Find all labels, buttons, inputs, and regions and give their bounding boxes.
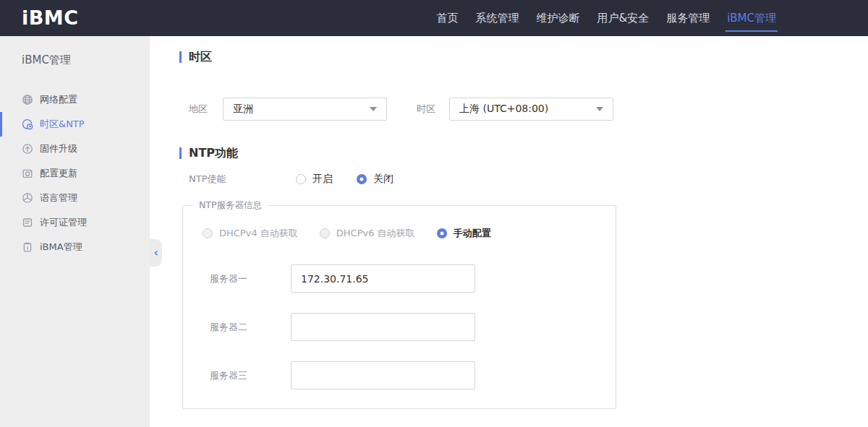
sidebar: iBMC管理 网络配置 时区&NTP 固件升级: [0, 36, 150, 427]
radio-label: DHCPv4 自动获取: [219, 227, 298, 240]
sidebar-item-config-update[interactable]: 配置更新: [0, 161, 150, 186]
sidebar-item-firmware-upgrade[interactable]: 固件升级: [0, 137, 150, 161]
radio-label: 关闭: [373, 173, 393, 186]
main-content: 时区 地区 亚洲 时区 上海 (UTC+08:00) NTP功能 NTP使能 开…: [150, 36, 868, 427]
nav-item-home[interactable]: 首页: [435, 0, 459, 36]
ntp-server-info-group: NTP服务器信息 DHCPv4 自动获取 DHCPv6 自动获取 手动配置 服务…: [182, 199, 616, 409]
sidebar-title: iBMC管理: [22, 53, 150, 67]
radio-label: 手动配置: [454, 227, 491, 240]
sidebar-item-label: 语言管理: [40, 191, 77, 204]
sidebar-collapse-button[interactable]: ‹: [150, 239, 162, 267]
sidebar-item-label: iBMA管理: [40, 241, 82, 254]
sidebar-item-label: 许可证管理: [40, 216, 87, 229]
ntp-server-mode-row: DHCPv4 自动获取 DHCPv6 自动获取 手动配置: [203, 226, 616, 241]
server-one-input[interactable]: [291, 264, 475, 293]
nav-item-maintenance-diagnostics[interactable]: 维护诊断: [535, 0, 581, 36]
radio-unselected-icon: [296, 174, 306, 184]
server-three-label: 服务器三: [210, 369, 291, 382]
sidebar-item-timezone-ntp[interactable]: 时区&NTP: [0, 112, 150, 137]
ibma-clipboard-icon: [22, 241, 33, 253]
ntp-enable-off-radio[interactable]: 关闭: [357, 173, 393, 186]
section-title-text: NTP功能: [189, 146, 238, 161]
timezone-section-title: 时区: [179, 51, 868, 64]
timezone-select-value: 上海 (UTC+08:00): [459, 103, 548, 116]
nav-item-users-security[interactable]: 用户&安全: [595, 0, 650, 36]
server-one-row: 服务器一: [210, 264, 616, 293]
ntp-section-title: NTP功能: [179, 147, 868, 160]
network-globe-icon: [22, 94, 33, 105]
radio-label: 开启: [312, 173, 333, 186]
region-label: 地区: [189, 103, 223, 116]
chevron-left-icon: ‹: [153, 246, 158, 259]
sidebar-item-label: 配置更新: [40, 167, 77, 180]
config-update-icon: [22, 168, 33, 179]
caret-down-icon: [596, 107, 603, 111]
ibmc-logo: iBMC: [22, 0, 79, 36]
sidebar-item-network-config[interactable]: 网络配置: [0, 87, 150, 112]
nav-item-service-management[interactable]: 服务管理: [665, 0, 711, 36]
sidebar-menu: 网络配置 时区&NTP 固件升级 配置更新: [0, 87, 150, 259]
firmware-upgrade-icon: [22, 143, 33, 155]
sidebar-item-label: 时区&NTP: [40, 118, 85, 131]
manual-config-radio[interactable]: 手动配置: [437, 227, 491, 240]
sidebar-item-label: 固件升级: [40, 142, 77, 155]
radio-disabled-icon: [203, 228, 213, 238]
sidebar-item-language-management[interactable]: 语言管理: [0, 186, 150, 210]
top-navbar: iBMC 首页 系统管理 维护诊断 用户&安全 服务管理 iBMC管理: [0, 0, 868, 36]
timezone-label: 时区: [417, 103, 449, 116]
language-icon: [22, 192, 33, 204]
dhcpv6-auto-radio: DHCPv6 自动获取: [320, 227, 415, 240]
top-nav-menu: 首页 系统管理 维护诊断 用户&安全 服务管理 iBMC管理: [435, 0, 778, 36]
server-two-row: 服务器二: [210, 313, 616, 341]
region-select[interactable]: 亚洲: [223, 98, 387, 121]
dhcpv4-auto-radio: DHCPv4 自动获取: [203, 227, 298, 240]
timezone-form-row: 地区 亚洲 时区 上海 (UTC+08:00): [179, 98, 868, 121]
caret-down-icon: [370, 107, 377, 111]
timezone-select[interactable]: 上海 (UTC+08:00): [449, 98, 613, 121]
nav-item-ibmc-management[interactable]: iBMC管理: [726, 0, 778, 36]
radio-selected-icon: [357, 174, 367, 184]
server-two-input[interactable]: [291, 313, 475, 341]
server-one-label: 服务器一: [210, 272, 291, 285]
radio-disabled-icon: [320, 228, 330, 238]
timezone-clock-icon: [22, 118, 33, 130]
server-three-row: 服务器三: [210, 361, 616, 389]
ntp-enable-on-radio[interactable]: 开启: [296, 173, 333, 186]
sidebar-item-license-management[interactable]: 许可证管理: [0, 210, 150, 235]
radio-label: DHCPv6 自动获取: [336, 227, 415, 240]
sidebar-item-label: 网络配置: [40, 93, 77, 106]
section-accent-bar: [179, 51, 182, 63]
nav-item-system-management[interactable]: 系统管理: [474, 0, 520, 36]
ntp-enable-label: NTP使能: [189, 173, 296, 186]
server-two-label: 服务器二: [210, 321, 291, 334]
section-title-text: 时区: [189, 50, 212, 65]
server-three-input[interactable]: [291, 361, 475, 389]
ntp-server-info-legend: NTP服务器信息: [193, 199, 268, 212]
ntp-enable-row: NTP使能 开启 关闭: [179, 172, 868, 186]
radio-selected-icon: [437, 228, 447, 238]
region-select-value: 亚洲: [233, 103, 253, 116]
sidebar-item-ibma-management[interactable]: iBMA管理: [0, 235, 150, 259]
license-icon: [22, 217, 33, 228]
section-accent-bar: [179, 147, 182, 159]
